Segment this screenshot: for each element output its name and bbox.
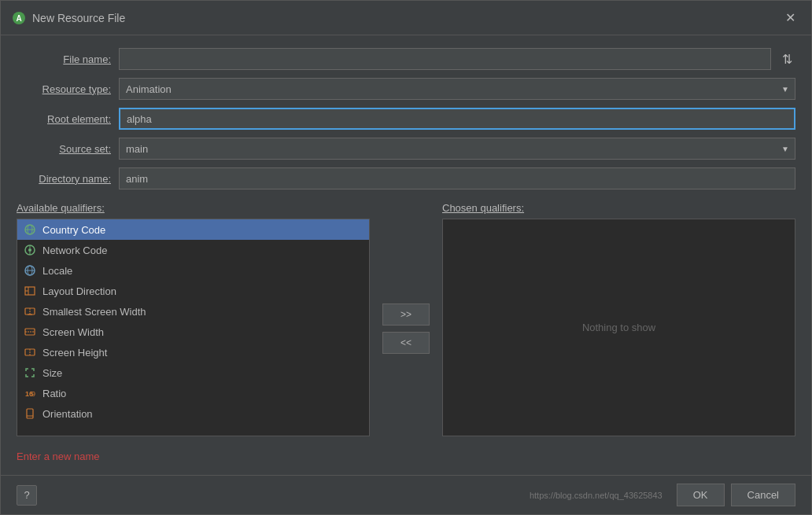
directory-name-row: Directory name: xyxy=(17,167,795,189)
footer-right: https://blog.csdn.net/qq_43625843 OK Can… xyxy=(530,484,795,506)
ok-button[interactable]: OK xyxy=(677,484,725,506)
file-name-row: File name: ⇅ xyxy=(17,48,795,70)
source-set-row: Source set: main test androidTest ▼ xyxy=(17,138,795,160)
svg-point-6 xyxy=(28,248,31,252)
chosen-qualifiers-panel: Nothing to show xyxy=(442,219,795,436)
qualifier-item-screen-width[interactable]: Screen Width xyxy=(17,322,369,342)
root-element-row: Root element: xyxy=(17,108,795,130)
qualifier-label-network-code: Network Code xyxy=(42,245,107,256)
chosen-qualifiers-label: Chosen qualifiers: xyxy=(442,202,795,214)
resource-type-row: Resource type: Animation Layout Values M… xyxy=(17,78,795,100)
qualifier-item-orientation[interactable]: Orientation xyxy=(17,403,369,424)
svg-text:9: 9 xyxy=(31,390,35,398)
locale-icon xyxy=(24,264,36,277)
help-button[interactable]: ? xyxy=(17,485,37,506)
resource-type-label: Resource type: xyxy=(17,83,111,95)
root-element-label: Root element: xyxy=(17,113,111,125)
footer-url: https://blog.csdn.net/qq_43625843 xyxy=(530,491,663,500)
size-icon xyxy=(24,366,36,379)
source-set-label: Source set: xyxy=(17,143,111,155)
directory-name-input[interactable] xyxy=(119,167,795,189)
qualifier-item-ratio[interactable]: 16:9 Ratio xyxy=(17,383,369,403)
qualifier-label-size: Size xyxy=(42,367,62,379)
cancel-button[interactable]: Cancel xyxy=(731,484,795,506)
chosen-qualifiers-col: Chosen qualifiers: Nothing to show xyxy=(442,202,795,436)
qualifier-label-orientation: Orientation xyxy=(42,408,93,420)
nothing-to-show-text: Nothing to show xyxy=(582,322,655,333)
add-qualifier-button[interactable]: >> xyxy=(382,303,430,326)
qualifier-label-layout-direction: Layout Direction xyxy=(42,285,116,297)
svg-rect-25 xyxy=(27,409,33,418)
layout-direction-icon xyxy=(24,285,36,297)
dialog-footer: ? https://blog.csdn.net/qq_43625843 OK C… xyxy=(1,475,811,514)
remove-qualifier-button[interactable]: << xyxy=(382,332,430,354)
sort-button[interactable]: ⇅ xyxy=(779,52,795,67)
country-code-icon xyxy=(24,223,36,236)
qualifier-item-size[interactable]: Size xyxy=(17,362,369,383)
available-qualifiers-label: Available qualifiers: xyxy=(17,202,370,214)
directory-name-label: Directory name: xyxy=(17,173,111,185)
qualifier-label-country-code: Country Code xyxy=(42,224,105,236)
dialog-content: File name: ⇅ Resource type: Animation La… xyxy=(1,35,811,475)
available-qualifiers-list[interactable]: Country Code Network Code Lo xyxy=(17,219,370,436)
svg-text:A: A xyxy=(16,14,21,23)
qualifier-item-country-code[interactable]: Country Code xyxy=(17,219,369,240)
footer-left: ? xyxy=(17,485,37,506)
resource-type-wrapper: Animation Layout Values Menu Drawable ▼ xyxy=(119,78,795,100)
qualifier-label-smallest-screen-width: Smallest Screen Width xyxy=(42,306,146,318)
qualifier-item-locale[interactable]: Locale xyxy=(17,260,369,281)
network-code-icon xyxy=(24,244,36,256)
qualifier-item-network-code[interactable]: Network Code xyxy=(17,240,369,260)
title-bar: A New Resource File ✕ xyxy=(1,1,811,35)
qualifier-label-screen-width: Screen Width xyxy=(42,326,104,338)
root-element-input[interactable] xyxy=(119,108,795,130)
smallest-screen-width-icon xyxy=(24,305,36,318)
source-set-wrapper: main test androidTest ▼ xyxy=(119,138,795,160)
qualifier-item-screen-height[interactable]: Screen Height xyxy=(17,342,369,362)
qualifier-label-screen-height: Screen Height xyxy=(42,347,107,359)
qualifier-item-layout-direction[interactable]: Layout Direction xyxy=(17,281,369,301)
error-message: Enter a new name xyxy=(17,451,795,462)
qualifier-item-smallest-screen-width[interactable]: Smallest Screen Width xyxy=(17,301,369,322)
resource-type-select[interactable]: Animation Layout Values Menu Drawable xyxy=(119,78,795,100)
screen-width-icon xyxy=(24,326,36,338)
file-name-input[interactable] xyxy=(119,48,771,70)
dialog-title: New Resource File xyxy=(32,12,125,24)
ratio-icon: 16:9 xyxy=(24,387,36,399)
file-name-label: File name: xyxy=(17,53,111,65)
arrows-col: >> << xyxy=(382,202,430,436)
orientation-icon xyxy=(24,407,36,420)
qualifier-label-locale: Locale xyxy=(42,265,72,277)
new-resource-file-dialog: A New Resource File ✕ File name: ⇅ Resou… xyxy=(0,0,812,515)
qualifier-label-ratio: Ratio xyxy=(42,388,66,399)
close-button[interactable]: ✕ xyxy=(781,9,800,27)
qualifiers-section: Available qualifiers: Country Code xyxy=(17,202,795,436)
available-qualifiers-col: Available qualifiers: Country Code xyxy=(17,202,370,436)
app-icon: A xyxy=(12,11,26,25)
screen-height-icon xyxy=(24,346,36,359)
source-set-select[interactable]: main test androidTest xyxy=(119,138,795,160)
title-left: A New Resource File xyxy=(12,11,125,25)
